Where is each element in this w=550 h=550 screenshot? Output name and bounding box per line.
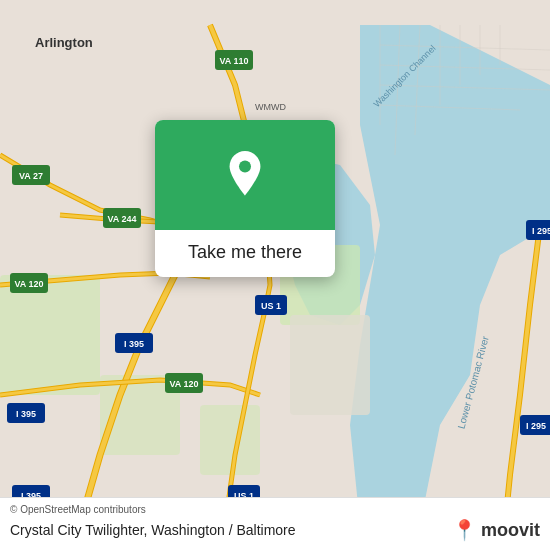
location-name: Crystal City Twilighter, Washington / Ba… — [10, 522, 296, 538]
svg-text:I 295: I 295 — [526, 421, 546, 431]
svg-text:VA 120: VA 120 — [169, 379, 198, 389]
svg-text:I 395: I 395 — [124, 339, 144, 349]
bottom-bar: © OpenStreetMap contributors Crystal Cit… — [0, 497, 550, 550]
svg-text:WMWD: WMWD — [255, 102, 286, 112]
svg-point-44 — [239, 160, 251, 172]
moovit-pin-icon: 📍 — [452, 518, 477, 542]
bottom-info: Crystal City Twilighter, Washington / Ba… — [10, 518, 540, 542]
svg-rect-4 — [290, 315, 370, 415]
svg-text:VA 244: VA 244 — [107, 214, 136, 224]
location-pin-icon — [221, 151, 269, 199]
attribution-text: © OpenStreetMap contributors — [10, 504, 540, 515]
moovit-logo: 📍 moovit — [452, 518, 540, 542]
svg-text:VA 120: VA 120 — [14, 279, 43, 289]
take-me-there-button[interactable]: Take me there — [155, 230, 335, 277]
svg-rect-3 — [200, 405, 260, 475]
svg-text:US 1: US 1 — [261, 301, 281, 311]
map-container: Arlington VA 110 VA 27 VA 120 VA 244 I 3… — [0, 0, 550, 550]
svg-text:Arlington: Arlington — [35, 35, 93, 50]
svg-text:VA 27: VA 27 — [19, 171, 43, 181]
svg-text:I 395: I 395 — [16, 409, 36, 419]
popup-card: Take me there — [155, 120, 335, 277]
svg-text:I 295: I 295 — [532, 226, 550, 236]
popup-header — [155, 120, 335, 230]
svg-text:VA 110: VA 110 — [219, 56, 248, 66]
moovit-brand-name: moovit — [481, 520, 540, 541]
